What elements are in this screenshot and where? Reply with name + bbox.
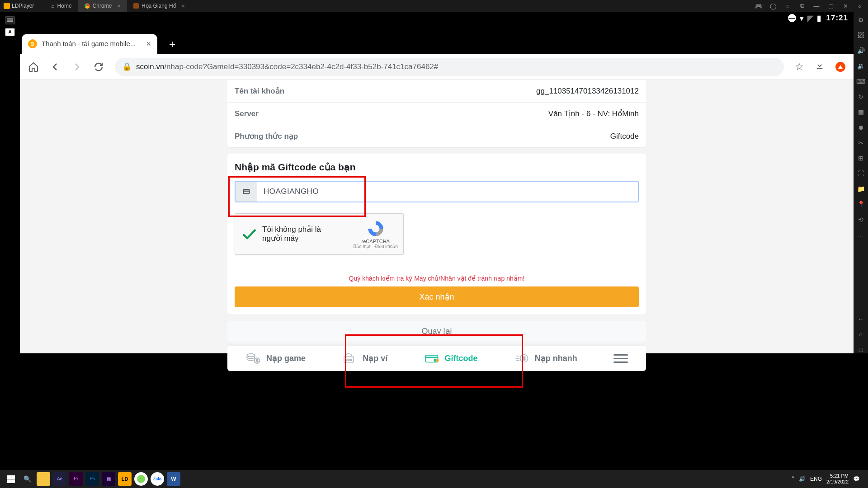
multi-icon[interactable]: ▦ [857,108,864,116]
card-icon [236,182,257,202]
minimize-icon[interactable]: — [812,3,821,9]
ldplayer-tab-label: Họa Giang Hồ [142,3,176,9]
ldplayer-side-toolbar: ⚙ 🖼 🔊 🔉 ⌨ ↻ ▦ ⏺ ✂ ⊞ ⛶ 📁 📍 ⟲ … ← ○ □ [854,12,868,353]
chrome-toolbar: 🔒 scoin.vn/nhap-code?GameId=330393&code=… [20,54,854,80]
recaptcha-check-icon [241,225,258,243]
close-tab-icon[interactable]: × [146,39,151,49]
ldplayer-logo-icon [4,3,10,9]
tray-time: 5:21 PM [826,473,849,479]
dnd-icon: — [788,14,796,22]
hamburger-icon [613,354,628,363]
user-icon[interactable]: ◯ [769,3,778,9]
tray-clock[interactable]: 5:21 PM 2/19/2022 [826,473,849,485]
notifications-icon[interactable]: 💬 [853,476,860,482]
svg-point-6 [348,359,349,361]
reload-icon[interactable] [93,61,104,72]
ldplayer-tab-label: Home [57,3,72,9]
address-bar[interactable]: 🔒 scoin.vn/nhap-code?GameId=330393&code=… [115,58,784,76]
tray-language[interactable]: ENG [810,476,822,482]
close-icon[interactable]: × [117,3,121,9]
windows-search-icon[interactable]: 🔍 [19,472,35,486]
home-nav-icon[interactable]: ○ [857,331,864,338]
rotate-icon[interactable]: ⟲ [857,216,864,223]
ldplayer-tab-chrome[interactable]: Chrome × [78,0,127,12]
taskbar-app-ps[interactable]: Ps [85,472,99,486]
battery-icon: ▮ [817,14,821,23]
picture-icon[interactable]: 🖼 [857,32,864,39]
folder-icon[interactable]: 📁 [857,185,864,192]
settings-icon[interactable]: ⚙ [857,16,864,23]
taskbar-app-word[interactable]: W [167,472,180,486]
taskbar-app-zalo[interactable]: Zalo [151,472,164,486]
ldplayer-app-name: LDPlayer [12,3,34,9]
giftcode-card: Nhập mã Giftcode của bạn Tôi không phải [227,154,646,314]
taskbar-app-ld[interactable]: LD [118,472,132,486]
extension-icon[interactable] [835,62,845,72]
recaptcha-brand: reCAPTCHA [354,239,398,244]
nav-label: Nạp game [266,353,306,363]
taskbar-app-pr[interactable]: Pr [69,472,83,486]
svg-point-2 [247,354,255,357]
nav-nap-game[interactable]: $ Nạp game [245,352,306,365]
location-icon[interactable]: 📍 [857,201,864,208]
confirm-button[interactable]: Xác nhận [235,286,639,307]
nav-label: Nạp nhanh [535,353,577,363]
back-icon[interactable]: ← [857,315,864,323]
ldplayer-tab-game[interactable]: Họa Giang Hồ × [127,0,191,12]
taskbar-app-explorer[interactable] [37,472,50,486]
svg-text:$: $ [256,359,258,363]
favicon-icon: $ [28,39,37,48]
back-icon[interactable] [50,61,61,72]
recents-icon[interactable]: □ [857,346,864,353]
fullscreen-icon[interactable]: ⛶ [857,170,864,177]
volume-up-icon[interactable]: 🔊 [857,47,864,54]
more-icon[interactable]: … [857,231,864,239]
keymap-icon[interactable]: ⌨ [857,78,864,85]
collapse-icon[interactable]: « [855,3,864,9]
url-domain: scoin.vn [136,62,164,71]
windows-start-button[interactable] [3,472,19,486]
maximize-icon[interactable]: ▢ [826,3,835,9]
ldplayer-window-controls: 🎮 ◯ ≡ ⧉ — ▢ ✕ « [754,2,868,9]
ldplayer-logo: LDPlayer [0,3,38,9]
home-icon[interactable] [28,61,39,72]
nav-nap-vi[interactable]: Nạp ví [342,352,387,365]
scissors-icon[interactable]: ✂ [857,139,864,146]
ldplayer-tab-home[interactable]: ⌂ Home [45,0,78,12]
giftcode-input[interactable] [257,182,638,202]
forward-icon[interactable] [71,61,82,72]
detach-icon[interactable]: ⧉ [797,2,807,9]
volume-down-icon[interactable]: 🔉 [857,62,864,70]
nav-giftcode[interactable]: Giftcode [424,352,478,365]
new-tab-button[interactable]: + [165,37,180,52]
bookmark-icon[interactable]: ☆ [795,61,804,73]
info-row-method: Phương thức nạp Giftcode [227,125,646,147]
method-label: Phương thức nạp [235,131,298,141]
recaptcha-widget[interactable]: Tôi không phải là người máy reCAPTCHA Bả… [235,213,404,255]
nav-menu[interactable] [613,354,628,363]
bottom-nav: $ Nạp game Nạp ví Giftcode [227,345,646,371]
chrome-tab[interactable]: $ Thanh toán - tải game mobile... × [22,34,157,54]
nav-nap-nhanh[interactable]: $ Nạp nhanh [514,352,577,365]
taskbar-app-ae[interactable]: Ae [53,472,66,486]
tray-volume-icon[interactable]: 🔊 [799,476,806,482]
back-button[interactable]: Quay lại [227,321,646,342]
menu-icon[interactable]: ≡ [783,3,792,9]
taskbar-app-coccoc[interactable] [134,472,148,486]
operation-icon[interactable]: ⊞ [857,155,864,162]
recaptcha-links[interactable]: Bảo mật - Điều khoản [354,244,398,249]
download-icon[interactable] [815,61,825,73]
svg-rect-1 [243,191,250,192]
text-icon[interactable]: A [5,28,15,36]
close-icon[interactable]: × [182,3,185,9]
url-path: /nhap-code?GameId=330393&code=2c334eb2-4… [164,62,438,71]
method-value: Giftcode [610,132,639,141]
sync-icon[interactable]: ↻ [857,93,864,100]
recaptcha-badge: reCAPTCHA Bảo mật - Điều khoản [354,220,398,249]
keyboard-icon[interactable]: ⌨ [5,16,15,24]
record-icon[interactable]: ⏺ [857,124,864,131]
taskbar-app-me[interactable]: ▦ [102,472,115,486]
close-icon[interactable]: ✕ [841,3,850,9]
gamepad-icon[interactable]: 🎮 [754,3,763,9]
tray-chevron-icon[interactable]: ˄ [792,476,794,482]
